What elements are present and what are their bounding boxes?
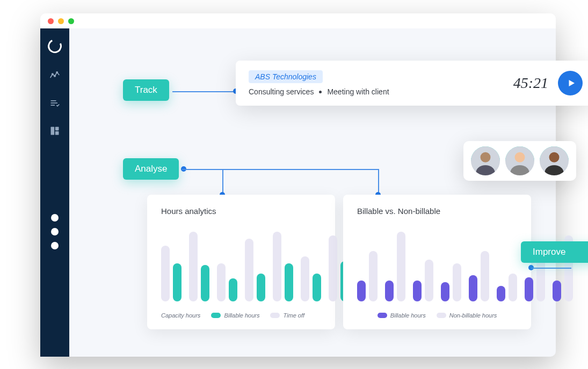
- sidebar: [40, 28, 69, 357]
- avatar[interactable]: [505, 146, 534, 175]
- bar: [453, 263, 461, 302]
- bar: [536, 258, 545, 301]
- billable-bars: [357, 232, 517, 301]
- svg-rect-6: [51, 127, 55, 135]
- hours-bars: [161, 232, 321, 301]
- track-label-pill: Track: [123, 79, 169, 101]
- bar: [425, 260, 433, 301]
- analyse-label-pill: Analyse: [123, 158, 179, 180]
- bar-group: [189, 232, 209, 301]
- bar-group: [525, 258, 545, 301]
- app-window: Track ABS Technologies Consulting servic…: [40, 13, 556, 357]
- bar-group: [441, 263, 461, 302]
- svg-rect-8: [55, 131, 59, 135]
- app-content: Track ABS Technologies Consulting servic…: [40, 28, 556, 357]
- timer-category: Consulting services: [249, 87, 314, 96]
- svg-point-14: [549, 152, 560, 163]
- window-title-bar: [40, 13, 556, 28]
- bar: [173, 263, 182, 302]
- svg-point-12: [515, 152, 525, 163]
- connector-line: [222, 169, 223, 195]
- bar: [257, 274, 265, 301]
- bar: [301, 256, 309, 302]
- timer-controls: 45:21: [513, 71, 583, 95]
- window-close-button[interactable]: [48, 18, 54, 24]
- connector-line: [531, 268, 571, 269]
- svg-rect-7: [55, 127, 59, 131]
- improve-label-pill: Improve: [521, 241, 588, 263]
- timer-elapsed: 45:21: [513, 75, 548, 92]
- svg-point-2: [56, 72, 58, 73]
- timer-task: Meeting with client: [327, 87, 389, 96]
- bar: [441, 282, 449, 301]
- bar: [161, 246, 170, 301]
- svg-marker-9: [569, 80, 575, 86]
- connector-line: [378, 169, 379, 195]
- connector-line: [222, 169, 378, 170]
- svg-point-15: [545, 165, 563, 175]
- billable-nonbillable-card: Billable vs. Non-billable Billable hours…: [343, 195, 531, 329]
- sidebar-pagination-dots: [51, 214, 59, 249]
- connector-line: [182, 169, 222, 170]
- window-minimize-button[interactable]: [58, 18, 64, 24]
- bar-group: [245, 239, 265, 301]
- bar: [245, 239, 253, 301]
- bar: [413, 281, 422, 301]
- analytics-icon[interactable]: [49, 69, 61, 81]
- avatar[interactable]: [471, 146, 500, 175]
- svg-point-0: [52, 73, 54, 75]
- bar: [357, 281, 366, 301]
- timer-card: ABS Technologies Consulting services Mee…: [236, 61, 588, 106]
- legend-item: Billable hours: [211, 312, 259, 319]
- bar: [189, 232, 198, 301]
- bar-group: [469, 251, 489, 301]
- avatar[interactable]: [540, 146, 569, 175]
- bar-group: [497, 274, 517, 301]
- svg-point-11: [476, 165, 495, 175]
- billable-legend: Billable hours Non-billable hours: [357, 312, 517, 319]
- bar-group: [385, 232, 405, 301]
- bar-group: [161, 246, 182, 301]
- dashboard-icon[interactable]: [49, 125, 61, 137]
- team-avatars-card: [463, 141, 576, 181]
- svg-point-10: [481, 152, 491, 163]
- bar: [385, 281, 394, 301]
- bar-group: [357, 251, 378, 301]
- timer-meta: Consulting services Meeting with client: [249, 87, 389, 96]
- legend-item: Non-billable hours: [437, 312, 497, 319]
- timer-info: ABS Technologies Consulting services Mee…: [249, 70, 389, 96]
- dot-indicator: [51, 228, 59, 235]
- bar-group: [413, 260, 433, 301]
- bar: [285, 263, 293, 302]
- legend-item: Time off: [270, 312, 304, 319]
- bar: [369, 251, 378, 301]
- bar: [329, 235, 337, 302]
- bar: [397, 232, 405, 301]
- bar-group: [273, 232, 293, 301]
- svg-point-1: [54, 75, 56, 77]
- window-maximize-button[interactable]: [68, 18, 74, 24]
- play-button[interactable]: [558, 71, 583, 95]
- bar: [217, 263, 226, 302]
- app-logo-icon: [46, 37, 63, 55]
- list-check-icon[interactable]: [49, 97, 61, 109]
- svg-point-13: [510, 165, 529, 175]
- main-area: Track ABS Technologies Consulting servic…: [69, 28, 556, 357]
- project-tag[interactable]: ABS Technologies: [249, 70, 323, 83]
- bar: [497, 286, 505, 301]
- bar-group: [301, 256, 321, 302]
- hours-legend: Capacity hours Billable hours Time off: [161, 312, 321, 319]
- bar: [313, 274, 321, 301]
- play-icon: [567, 78, 576, 88]
- bar: [481, 251, 489, 301]
- bar: [553, 281, 561, 301]
- bar: [273, 232, 281, 301]
- bar: [229, 278, 237, 301]
- legend-item: Capacity hours: [161, 312, 200, 319]
- bar: [469, 275, 477, 301]
- bar: [509, 274, 517, 301]
- bar: [201, 265, 209, 301]
- legend-item: Billable hours: [378, 312, 426, 319]
- bullet-separator-icon: [319, 91, 322, 93]
- hours-analytics-card: Hours analytics Capacity hours Billable …: [147, 195, 335, 329]
